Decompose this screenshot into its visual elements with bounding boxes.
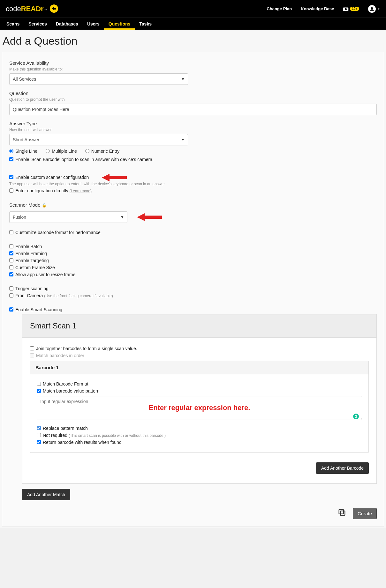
join-barcodes-checkbox[interactable]: Join together barcodes to form a single …: [30, 346, 137, 351]
enable-smart-label: Enable Smart Scanning: [15, 307, 62, 312]
form-card: Service Availability Make this question …: [2, 52, 384, 526]
annotation-arrow: [137, 212, 163, 222]
regex-input[interactable]: [37, 396, 362, 420]
availability-select[interactable]: All Services: [9, 73, 188, 85]
create-button[interactable]: Create: [353, 508, 377, 519]
front-camera-label: Front Camera: [15, 293, 43, 298]
add-barcode-button[interactable]: Add Another Barcode: [316, 462, 369, 474]
svg-point-2: [371, 7, 373, 9]
allow-resize-label: Allow app user to resize frame: [15, 272, 75, 277]
nav-tasks[interactable]: Tasks: [135, 18, 156, 30]
svg-marker-3: [102, 174, 127, 181]
custom-frame-size-checkbox[interactable]: Custom Frame Size: [9, 265, 55, 270]
radio-multiple-label: Multiple Line: [52, 149, 77, 154]
page: Add a Question Service Availability Make…: [0, 30, 386, 528]
allow-resize-checkbox[interactable]: Allow app user to resize frame: [9, 272, 75, 277]
chevron-down-icon: ▼: [377, 7, 380, 11]
custom-scanner-hint: The app user will have the option to ent…: [9, 182, 377, 186]
customize-format-checkbox[interactable]: Customize barcode format for performance: [9, 230, 101, 235]
scanner-mode-title: Scanner Mode🔒: [9, 202, 377, 208]
svg-rect-6: [339, 510, 344, 514]
custom-scanner-checkbox[interactable]: Enable custom scanner configuration: [9, 175, 89, 180]
barcode-box: Barcode 1 Match Barcode Format Match bar…: [30, 361, 369, 453]
copy-icon[interactable]: [337, 508, 346, 519]
enable-framing-label: Enable Framing: [15, 251, 47, 256]
return-results-checkbox[interactable]: Return barcode with results when found: [37, 440, 122, 445]
nav-users[interactable]: Users: [83, 18, 104, 30]
nav-questions[interactable]: Questions: [104, 18, 135, 30]
customize-format-label: Customize barcode format for performance: [15, 230, 101, 235]
front-camera-hint: (Use the front facing camera if availabl…: [44, 294, 113, 298]
smart-scan-card: Smart Scan 1 Join together barcodes to f…: [22, 314, 377, 484]
chevron-down-icon: ▼: [181, 77, 185, 81]
main-nav: Scans Services Databases Users Questions…: [0, 18, 386, 30]
match-pattern-checkbox[interactable]: Match barcode value pattern: [37, 388, 99, 393]
radio-single-label: Single Line: [15, 149, 37, 154]
join-barcodes-label: Join together barcodes to form a single …: [36, 346, 137, 351]
radio-numeric-label: Numeric Entry: [91, 149, 120, 154]
front-camera-checkbox[interactable]: Front Camera (Use the front facing camer…: [9, 293, 113, 298]
top-bar: codeREADr™ Change Plan Knowledge Base 10…: [0, 0, 386, 18]
grammarly-icon: G: [353, 414, 359, 419]
radio-multiple-line[interactable]: Multiple Line: [46, 149, 77, 154]
radio-numeric-entry[interactable]: Numeric Entry: [85, 149, 120, 154]
not-required-hint: (This smart scan is possible with or wit…: [69, 433, 166, 438]
custom-frame-size-label: Custom Frame Size: [15, 265, 55, 270]
match-order-checkbox[interactable]: Match barcodes in order: [30, 353, 84, 358]
account-menu[interactable]: ▼: [368, 5, 380, 13]
match-format-label: Match Barcode Format: [43, 381, 88, 386]
scanner-mode-text: Scanner Mode: [9, 202, 41, 208]
trigger-scanning-checkbox[interactable]: Trigger scanning: [9, 286, 49, 291]
chevron-down-icon: ▼: [120, 215, 124, 219]
page-title: Add a Question: [2, 35, 384, 47]
learn-more-link[interactable]: (Learn more): [70, 189, 92, 193]
logo-text-code: code: [6, 5, 21, 13]
notification-badge: 10+: [350, 7, 359, 11]
question-input[interactable]: [9, 104, 377, 115]
svg-point-1: [345, 8, 347, 10]
question-title: Question: [9, 91, 377, 96]
scanner-mode-select[interactable]: Fusion: [9, 211, 127, 223]
logo: codeREADr™: [6, 4, 58, 13]
enable-framing-checkbox[interactable]: Enable Framing: [9, 251, 47, 256]
top-right-menu: Change Plan Knowledge Base 10+ ▼: [267, 5, 380, 13]
enable-smart-checkbox[interactable]: Enable Smart Scanning: [9, 307, 62, 312]
knowledge-base-link[interactable]: Knowledge Base: [301, 6, 334, 11]
answer-type-title: Answer Type: [9, 121, 377, 126]
change-plan-link[interactable]: Change Plan: [267, 6, 292, 11]
answer-type-select[interactable]: Short Answer: [9, 134, 188, 145]
chevron-down-icon: ▼: [181, 137, 185, 142]
annotation-arrow: [102, 173, 127, 182]
avatar-icon: [368, 5, 376, 13]
add-match-button[interactable]: Add Another Match: [22, 489, 70, 500]
radio-single-line[interactable]: Single Line: [9, 149, 37, 154]
enter-config-label: Enter configuration directly: [15, 188, 68, 193]
return-results-label: Return barcode with results when found: [43, 440, 122, 445]
enable-targeting-checkbox[interactable]: Enable Targeting: [9, 258, 49, 263]
custom-scanner-label: Enable custom scanner configuration: [15, 175, 89, 180]
scan-barcode-checkbox[interactable]: Enable 'Scan Barcode' option to scan in …: [9, 157, 154, 162]
not-required-label: Not required: [43, 433, 67, 438]
enable-batch-label: Enable Batch: [15, 244, 42, 249]
svg-rect-5: [340, 511, 345, 515]
smart-scan-title: Smart Scan 1: [22, 314, 376, 338]
barcode-title: Barcode 1: [30, 361, 368, 374]
replace-pattern-checkbox[interactable]: Replace pattern match: [37, 426, 88, 431]
enter-config-checkbox[interactable]: Enter configuration directly (Learn more…: [9, 188, 92, 193]
availability-subtitle: Make this question available to:: [9, 67, 377, 71]
logo-icon: [50, 4, 58, 13]
replace-pattern-label: Replace pattern match: [43, 426, 88, 431]
nav-scans[interactable]: Scans: [2, 18, 24, 30]
trigger-scanning-label: Trigger scanning: [15, 286, 49, 291]
enable-batch-checkbox[interactable]: Enable Batch: [9, 244, 42, 249]
availability-title: Service Availability: [9, 60, 377, 66]
nav-databases[interactable]: Databases: [51, 18, 83, 30]
nav-services[interactable]: Services: [24, 18, 51, 30]
lock-icon: 🔒: [42, 203, 47, 208]
not-required-checkbox[interactable]: Not required (This smart scan is possibl…: [37, 433, 166, 438]
scan-barcode-label: Enable 'Scan Barcode' option to scan in …: [15, 157, 154, 162]
notifications-button[interactable]: 10+: [343, 7, 359, 11]
match-pattern-label: Match barcode value pattern: [43, 388, 99, 393]
match-format-checkbox[interactable]: Match Barcode Format: [37, 381, 88, 386]
camera-icon: [343, 7, 349, 11]
